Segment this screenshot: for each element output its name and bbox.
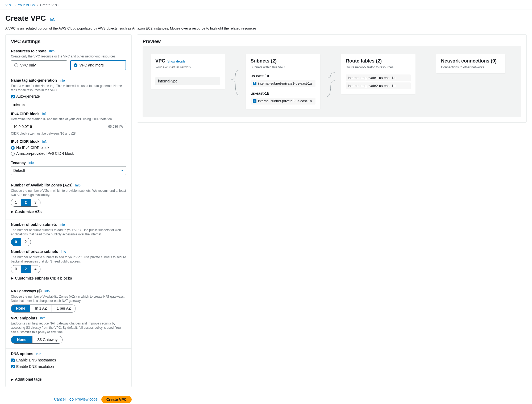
preview-title: Preview (137, 35, 526, 46)
breadcrumb-your-vpcs[interactable]: Your VPCs (18, 3, 35, 7)
preview-subnets-card: Subnets (2) Subnets within this VPC us-e… (246, 54, 320, 109)
cancel-button[interactable]: Cancel (54, 397, 66, 402)
customize-azs-toggle[interactable]: ▶ Customize AZs (11, 209, 126, 215)
resources-vpc-and-more[interactable]: VPC and more (70, 60, 126, 70)
label: internal-subnet-private1-us-east-1a (258, 81, 312, 86)
preview-subnet-item[interactable]: B internal-subnet-private2-us-east-1b (251, 98, 315, 105)
az-badge-icon: B (253, 99, 256, 103)
info-link[interactable]: Info (36, 352, 41, 356)
private-subnets-desc: The number of private subnets to add to … (11, 255, 126, 264)
tenancy-select[interactable]: Default ▼ (11, 166, 126, 175)
private-subnets-opt-4[interactable]: 4 (31, 265, 40, 273)
preview-rt-item[interactable]: internal-rtb-private2-us-east-1b (346, 82, 411, 89)
info-link[interactable]: Info (42, 112, 47, 116)
tenancy-value: Default (13, 168, 25, 173)
customize-subnets-toggle[interactable]: ▶ Customize subnets CIDR blocks (11, 276, 126, 281)
azs-opt-1[interactable]: 1 (11, 199, 21, 206)
info-link[interactable]: Info (44, 289, 50, 294)
endpoints-label: VPC endpoints (11, 316, 38, 321)
preview-rt-title: Route tables (2) (346, 58, 382, 64)
breadcrumb-vpc[interactable]: VPC (5, 3, 13, 7)
dns-hostnames-label: Enable DNS hostnames (16, 358, 56, 363)
label: Additional tags (15, 377, 42, 382)
info-link[interactable]: Info (61, 249, 66, 254)
nat-opt-none[interactable]: None (11, 305, 30, 312)
label: VPC and more (80, 63, 104, 68)
preview-rt-item[interactable]: internal-rtb-private1-us-east-1a (346, 74, 411, 81)
nat-label: NAT gateways ($) (11, 289, 42, 294)
ipv6-amazon-radio[interactable] (11, 152, 15, 156)
page-title: Create VPC (5, 13, 46, 23)
ipv4-constraint: CIDR block size must be between /16 and … (11, 131, 126, 136)
endpoints-opt-s3[interactable]: S3 Gateway (32, 336, 62, 344)
public-subnets-opt-2[interactable]: 2 (21, 238, 31, 246)
chevron-right-icon: › (15, 3, 16, 7)
info-link[interactable]: Info (60, 78, 65, 83)
nat-opt-peraz[interactable]: 1 per AZ (52, 305, 76, 312)
azs-opt-3[interactable]: 3 (31, 199, 40, 206)
info-link[interactable]: Info (40, 316, 45, 320)
info-link[interactable]: Info (60, 223, 65, 227)
dns-resolution-label: Enable DNS resolution (16, 364, 54, 369)
ipv6-label: IPv6 CIDR block (11, 139, 39, 144)
azs-desc: Choose the number of AZs in which to pro… (11, 189, 126, 197)
public-subnets-opt-0[interactable]: 0 (11, 238, 21, 246)
public-subnets-label: Number of public subnets (11, 222, 57, 227)
nat-desc: Choose the number of Availability Zones … (11, 294, 126, 303)
endpoints-desc: Endpoints can help reduce NAT gateway ch… (11, 321, 126, 334)
endpoints-opt-none[interactable]: None (11, 336, 32, 344)
name-tag-input[interactable] (11, 101, 126, 108)
dns-label: DNS options (11, 351, 33, 357)
dns-hostnames-checkbox[interactable] (11, 359, 15, 362)
preview-rt-sub: Route network traffic to resources (346, 65, 411, 70)
preview-vpc-show-details[interactable]: Show details (167, 59, 185, 64)
private-subnets-label: Number of private subnets (11, 249, 58, 255)
preview-subnets-title: Subnets (2) (251, 58, 277, 64)
info-link[interactable]: Info (49, 49, 55, 53)
tenancy-label: Tenancy (11, 160, 26, 166)
private-subnets-pill-group: 0 2 4 (11, 265, 40, 273)
label: internal-subnet-private2-us-east-1b (258, 99, 312, 103)
ipv4-desc: Determine the starting IP and the size o… (11, 117, 126, 121)
info-link[interactable]: Info (42, 140, 47, 144)
dns-resolution-checkbox[interactable] (11, 365, 15, 368)
radio-icon (74, 63, 77, 67)
endpoints-pill-group: None S3 Gateway (11, 336, 63, 344)
private-subnets-opt-0[interactable]: 0 (11, 265, 21, 273)
auto-generate-checkbox[interactable] (11, 95, 15, 98)
preview-code-button[interactable]: Preview code (69, 397, 98, 402)
nat-opt-1az[interactable]: In 1 AZ (30, 305, 52, 312)
additional-tags-toggle[interactable]: ▶ Additional tags (11, 377, 126, 382)
preview-network-card: Network connections (0) Connections to o… (436, 54, 505, 73)
ipv6-none-radio[interactable] (11, 146, 15, 150)
preview-vpc-chip[interactable]: internal-vpc (155, 77, 220, 86)
resources-label: Resources to create (11, 49, 47, 54)
preview-az1-label: us-east-1a (251, 73, 315, 79)
preview-route-tables-card: Route tables (2) Route network traffic t… (341, 54, 415, 94)
code-icon (69, 397, 74, 402)
label: VPC only (20, 63, 36, 68)
azs-opt-2[interactable]: 2 (21, 199, 31, 206)
info-link[interactable]: Info (50, 18, 55, 22)
private-subnets-opt-2[interactable]: 2 (21, 265, 31, 273)
public-subnets-desc: The number of public subnets to add to y… (11, 228, 126, 236)
azs-pill-group: 1 2 3 (11, 199, 40, 207)
breadcrumb: VPC › Your VPCs › Create VPC (0, 0, 532, 10)
preview-vpc-sub: Your AWS virtual network (155, 65, 220, 70)
az-badge-icon: A (253, 82, 256, 85)
resources-vpc-only[interactable]: VPC only (11, 60, 67, 70)
azs-label: Number of Availability Zones (AZs) (11, 183, 73, 188)
chevron-right-icon: › (37, 3, 38, 7)
caret-down-icon: ▼ (121, 169, 124, 173)
nat-pill-group: None In 1 AZ 1 per AZ (11, 305, 76, 313)
radio-icon (14, 63, 18, 67)
info-link[interactable]: Info (28, 161, 34, 165)
nametag-desc: Enter a value for the Name tag. This val… (11, 84, 126, 92)
preview-subnet-item[interactable]: A internal-subnet-private1-us-east-1a (251, 80, 315, 87)
label: Preview code (75, 397, 98, 402)
create-vpc-button[interactable]: Create VPC (101, 396, 132, 403)
ipv4-label: IPv4 CIDR block (11, 111, 39, 117)
ipv6-none-label: No IPv6 CIDR block (16, 145, 49, 151)
info-link[interactable]: Info (75, 183, 81, 188)
caret-right-icon: ▶ (11, 377, 13, 382)
